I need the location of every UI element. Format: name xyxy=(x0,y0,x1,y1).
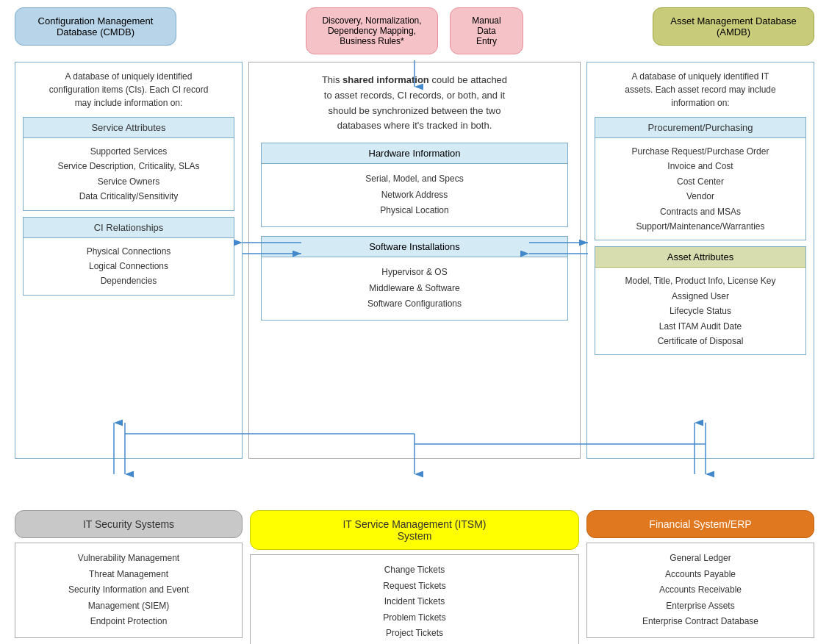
cmdb-panel: A database of uniquely identifiedconfigu… xyxy=(15,62,243,459)
main-content: A database of uniquely identifiedconfigu… xyxy=(7,62,822,459)
hardware-info-box: Hardware Information Serial, Model, and … xyxy=(261,143,568,227)
security-panel: IT Security Systems Vulnerability Manage… xyxy=(15,510,243,644)
itsm-title: IT Service Management (ITSM)System xyxy=(250,510,579,550)
asset-attributes-box: Asset Attributes Model, Title, Product I… xyxy=(595,246,806,355)
ci-relationships-box: CI Relationships Physical Connections Lo… xyxy=(23,217,234,296)
cmdb-description: A database of uniquely identifiedconfigu… xyxy=(23,70,234,110)
middle-panel: This shared information could be attache… xyxy=(248,62,581,459)
software-installations-content: Hypervisor & OS Middleware & Software So… xyxy=(262,257,567,320)
amdb-title-label: Asset Management Database(AMDB) xyxy=(653,7,814,46)
service-attributes-content: Supported Services Service Description, … xyxy=(24,138,234,210)
cmdb-title-label: Configuration Management Database (CMDB) xyxy=(15,7,176,46)
itsm-panel: IT Service Management (ITSM)System Chang… xyxy=(250,510,579,644)
hardware-info-header: Hardware Information xyxy=(262,143,567,164)
top-row: Configuration Management Database (CMDB)… xyxy=(7,7,822,54)
security-title: IT Security Systems xyxy=(15,510,243,538)
ci-relationships-content: Physical Connections Logical Connections… xyxy=(24,238,234,295)
amdb-title-text: Asset Management Database(AMDB) xyxy=(670,15,796,37)
discovery-text: Discovery, Normalization,Dependency Mapp… xyxy=(322,15,421,46)
service-attributes-header: Service Attributes xyxy=(24,118,234,138)
financial-content: General Ledger Accounts Payable Accounts… xyxy=(586,543,814,638)
procurement-content: Purchase Request/Purchase Order Invoice … xyxy=(595,138,805,240)
procurement-box: Procurement/Purchasing Purchase Request/… xyxy=(595,117,806,240)
discovery-label: Discovery, Normalization,Dependency Mapp… xyxy=(306,7,438,54)
itsm-content: Change Tickets Request Tickets Incident … xyxy=(250,554,579,644)
hardware-info-content: Serial, Model, and Specs Network Address… xyxy=(262,164,567,226)
cmdb-title-text: Configuration Management Database (CMDB) xyxy=(38,15,154,37)
software-installations-box: Software Installations Hypervisor & OS M… xyxy=(261,236,568,321)
asset-attributes-header: Asset Attributes xyxy=(595,247,805,268)
procurement-header: Procurement/Purchasing xyxy=(595,118,805,138)
amdb-panel: A database of uniquely identified ITasse… xyxy=(586,62,814,459)
manual-label: ManualDataEntry xyxy=(450,7,523,54)
shared-info-text: This shared information could be attache… xyxy=(261,73,568,134)
diagram-container: Configuration Management Database (CMDB)… xyxy=(0,0,829,644)
amdb-description: A database of uniquely identified ITasse… xyxy=(595,70,806,110)
software-installations-header: Software Installations xyxy=(262,237,567,257)
manual-text: ManualDataEntry xyxy=(472,15,500,46)
security-content: Vulnerability Management Threat Manageme… xyxy=(15,543,243,638)
middle-top-labels: Discovery, Normalization,Dependency Mapp… xyxy=(306,7,523,54)
financial-panel: Financial System/ERP General Ledger Acco… xyxy=(586,510,814,644)
ci-relationships-header: CI Relationships xyxy=(24,218,234,238)
asset-attributes-content: Model, Title, Product Info, License Key … xyxy=(595,268,805,354)
bottom-row: IT Security Systems Vulnerability Manage… xyxy=(7,510,822,644)
service-attributes-box: Service Attributes Supported Services Se… xyxy=(23,117,234,211)
itsm-title-text: IT Service Management (ITSM)System xyxy=(342,518,486,542)
financial-title: Financial System/ERP xyxy=(586,510,814,538)
